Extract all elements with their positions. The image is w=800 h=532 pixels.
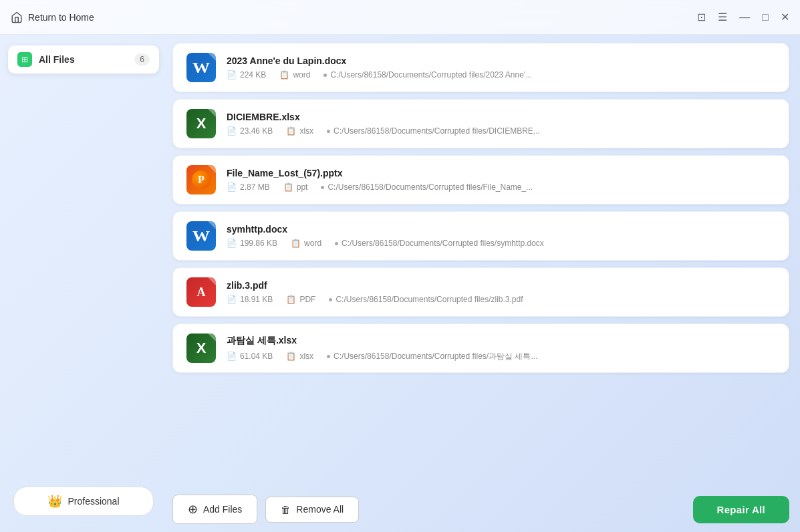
file-size: 📄 2.87 MB [227,182,270,192]
title-bar: Return to Home ⊡ ☰ — □ ✕ [0,0,800,35]
file-size: 📄 61.04 KB [227,352,273,361]
size-icon: 📄 [227,126,237,136]
file-size: 📄 224 KB [227,70,266,80]
add-files-label: Add Files [203,504,242,515]
file-card[interactable]: X 과탐실 세특.xlsx 📄 61.04 KB 📋 xlsx C:/Users… [172,323,789,373]
size-icon: 📄 [227,239,237,248]
type-icon: 📋 [286,295,296,304]
window-menu-icon[interactable]: ☰ [718,12,727,23]
repair-all-button[interactable]: Repair All [693,496,789,523]
file-path: C:/Users/86158/Documents/Corrupted files… [321,182,533,192]
window-grid-icon[interactable]: ⊡ [697,12,706,23]
file-type: 📋 PDF [286,295,315,304]
file-meta: 📄 23.46 KB 📋 xlsx C:/Users/86158/Documen… [227,126,775,136]
sidebar: All Files 6 👑 Professional [0,35,167,532]
size-icon: 📄 [227,70,237,80]
dot-separator [327,130,330,133]
file-name: 2023 Anne'e du Lapin.docx [227,55,775,66]
file-name: 과탐실 세특.xlsx [227,335,775,347]
window-minimize-icon[interactable]: — [739,12,750,23]
add-files-button[interactable]: ⊕ Add Files [172,495,257,524]
file-path: C:/Users/86158/Documents/Corrupted files… [323,70,532,80]
file-size: 📄 23.46 KB [227,126,273,136]
remove-all-label: Remove All [296,504,344,515]
file-meta: 📄 224 KB 📋 word C:/Users/86158/Documents… [227,70,775,80]
file-info: DICIEMBRE.xlsx 📄 23.46 KB 📋 xlsx C:/User… [227,112,775,136]
file-card[interactable]: A zlib.3.pdf 📄 18.91 KB 📋 PDF C:/Users/8… [172,267,789,317]
file-name: symhttp.docx [227,224,775,235]
window-close-icon[interactable]: ✕ [781,12,789,23]
file-type: 📋 xlsx [286,126,313,136]
dot-separator [321,186,324,189]
file-card[interactable]: X DICIEMBRE.xlsx 📄 23.46 KB 📋 xlsx C:/Us… [172,99,789,148]
file-meta: 📄 61.04 KB 📋 xlsx C:/Users/86158/Documen… [227,351,775,362]
type-icon: 📋 [286,352,296,361]
file-size: 📄 18.91 KB [227,295,273,304]
add-icon: ⊕ [188,502,198,517]
file-info: 과탐실 세특.xlsx 📄 61.04 KB 📋 xlsx C:/Users/8… [227,335,775,362]
type-icon: 📋 [286,126,296,136]
dot-separator [327,355,330,358]
file-meta: 📄 18.91 KB 📋 PDF C:/Users/86158/Document… [227,295,775,304]
file-type: 📋 word [279,70,310,80]
all-files-icon [17,52,32,67]
window-maximize-icon[interactable]: □ [762,12,769,23]
type-icon: 📋 [283,182,293,192]
file-card[interactable]: P File_Name_Lost_(57).pptx 📄 2.87 MB 📋 p… [172,155,789,205]
title-bar-label: Return to Home [28,12,94,23]
dot-separator [329,298,332,301]
sidebar-all-files-count: 6 [134,53,150,65]
file-size: 📄 199.86 KB [227,239,277,248]
file-name: File_Name_Lost_(57).pptx [227,168,775,178]
file-path: C:/Users/86158/Documents/Corrupted files… [335,239,544,248]
file-info: zlib.3.pdf 📄 18.91 KB 📋 PDF C:/Users/861… [227,280,775,304]
window-controls: ⊡ ☰ — □ ✕ [697,12,789,23]
file-list-area: W 2023 Anne'e du Lapin.docx 📄 224 KB 📋 w… [167,35,800,487]
file-type: 📋 xlsx [286,352,313,361]
repair-all-label: Repair All [717,504,765,515]
crown-icon: 👑 [47,494,62,509]
type-icon: 📋 [279,70,289,80]
size-icon: 📄 [227,295,237,304]
professional-button[interactable]: 👑 Professional [13,487,154,516]
file-info: 2023 Anne'e du Lapin.docx 📄 224 KB 📋 wor… [227,55,775,80]
file-name: DICIEMBRE.xlsx [227,112,775,122]
remove-all-button[interactable]: 🗑 Remove All [265,497,359,523]
bottom-bar: ⊕ Add Files 🗑 Remove All Repair All [167,487,800,532]
dot-separator [335,242,338,245]
sidebar-bottom: 👑 Professional [8,481,159,521]
file-card[interactable]: W symhttp.docx 📄 199.86 KB 📋 word C:/Use… [172,211,789,261]
return-home-button[interactable]: Return to Home [11,11,94,23]
type-icon: 📋 [291,239,301,248]
file-path: C:/Users/86158/Documents/Corrupted files… [329,295,523,304]
file-type: 📋 word [291,239,321,248]
size-icon: 📄 [227,352,237,361]
file-type: 📋 ppt [283,182,308,192]
file-info: symhttp.docx 📄 199.86 KB 📋 word C:/Users… [227,224,775,248]
sidebar-item-all-files[interactable]: All Files 6 [8,45,159,74]
file-name: zlib.3.pdf [227,280,775,291]
file-path: C:/Users/86158/Documents/Corrupted files… [327,126,540,136]
file-list: W 2023 Anne'e du Lapin.docx 📄 224 KB 📋 w… [172,43,789,479]
file-card[interactable]: W 2023 Anne'e du Lapin.docx 📄 224 KB 📋 w… [172,43,789,92]
file-path: C:/Users/86158/Documents/Corrupted files… [327,351,537,362]
file-meta: 📄 2.87 MB 📋 ppt C:/Users/86158/Documents… [227,182,775,192]
main-layout: All Files 6 👑 Professional W 2023 Anne'e… [0,35,800,532]
home-icon [11,11,23,23]
size-icon: 📄 [227,182,237,192]
trash-icon: 🗑 [281,504,291,515]
file-info: File_Name_Lost_(57).pptx 📄 2.87 MB 📋 ppt… [227,168,775,192]
professional-label: Professional [68,496,119,507]
dot-separator [323,74,327,77]
sidebar-all-files-label: All Files [39,54,75,65]
file-meta: 📄 199.86 KB 📋 word C:/Users/86158/Docume… [227,239,775,248]
